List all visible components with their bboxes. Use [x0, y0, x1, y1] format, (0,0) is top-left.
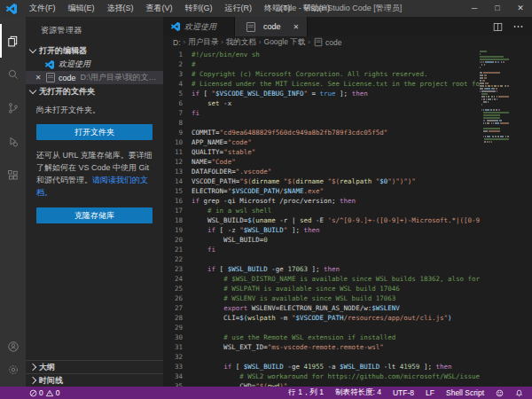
chevron-down-icon	[29, 87, 36, 94]
clone-repo-button[interactable]: 克隆存储库	[36, 207, 153, 223]
code-line: 9COMMIT="cd9ea6488829f560dc949a8b2fb789f…	[163, 128, 532, 137]
code-line: 5if [ "$VSCODE_WSL_DEBUG_INFO" = true ];…	[163, 89, 532, 98]
line-number: 23	[163, 264, 192, 274]
line-number: 13	[163, 167, 192, 176]
encoding-status[interactable]: UTF-8	[390, 388, 417, 397]
line-number: 33	[163, 362, 192, 372]
split-editor-icon[interactable]	[493, 22, 503, 32]
code-line: 11QUALITY="stable"	[163, 147, 532, 157]
extensions-icon[interactable]	[0, 159, 26, 192]
breadcrumb-item[interactable]: code	[313, 37, 341, 47]
code-line: 20 WSL_BUILD=0	[163, 235, 532, 245]
line-number: 20	[163, 235, 192, 245]
maximize-button[interactable]: □	[486, 0, 509, 17]
line-number: 10	[163, 137, 192, 147]
line-number: 32	[163, 352, 192, 362]
code-line: 1#!/usr/bin/env sh	[163, 50, 532, 59]
breadcrumb-separator: ›	[221, 38, 223, 46]
code-line: 33 if [ $WSL_BUILD -ge 41955 -a $WSL_BUI…	[163, 362, 532, 372]
code-line: 19 if [ -z "$WSL_BUILD" ]; then	[163, 225, 532, 235]
code-line: 15ELECTRON="$VSCODE_PATH/$NAME.exe"	[163, 186, 532, 196]
editor-area: 欢迎使用 code ✕ D:›用户目录›我的文档›Google 下载›code	[163, 17, 532, 387]
section-timeline[interactable]: 时间线	[26, 373, 163, 387]
cursor-position[interactable]: 行 1，列 1	[286, 387, 326, 398]
line-number: 11	[163, 147, 192, 157]
breadcrumb-item[interactable]: D:	[173, 38, 181, 47]
open-editor-code-path: D:\用户目录\我的文档\Google...	[81, 72, 163, 83]
notifications-bell-icon[interactable]	[512, 389, 526, 397]
more-actions-icon[interactable]	[513, 25, 523, 28]
open-editor-welcome-label: 欢迎使用	[59, 59, 90, 70]
minimap[interactable]	[480, 50, 509, 143]
feedback-smiley-icon[interactable]	[493, 389, 506, 397]
menu-item[interactable]: 文件(F)	[23, 0, 62, 17]
code-line: 34 # WSL2 workaround for https://github.…	[163, 372, 532, 381]
source-control-icon[interactable]	[0, 91, 26, 125]
eol-status[interactable]: LF	[423, 388, 437, 397]
code-line: 22	[163, 254, 532, 264]
settings-gear-icon[interactable]	[0, 358, 26, 381]
line-number: 6	[163, 98, 192, 108]
section-open-editors-label: 打开的编辑器	[39, 45, 87, 57]
indentation-status[interactable]: 制表符长度: 4	[332, 387, 384, 398]
code-line: 7fi	[163, 108, 532, 118]
sidebar-bottom-panels: 大纲 时间线	[26, 360, 163, 387]
file-icon	[315, 38, 323, 46]
no-folder-message: 尚未打开文件夹。	[36, 105, 153, 116]
line-number: 3	[163, 69, 192, 79]
menu-item[interactable]: 查看(V)	[140, 0, 179, 17]
section-outline-label: 大纲	[39, 362, 55, 373]
tab-welcome[interactable]: 欢迎使用	[163, 17, 235, 36]
line-number: 16	[163, 196, 192, 206]
breadcrumb-item[interactable]: Google 下载	[264, 37, 306, 48]
open-editor-welcome[interactable]: 欢迎使用	[26, 58, 163, 71]
menu-item[interactable]: 编辑(E)	[62, 0, 101, 17]
line-number: 34	[163, 372, 192, 381]
breadcrumb-item[interactable]: 用户目录	[188, 37, 218, 48]
menu-item[interactable]: 转到(G)	[179, 0, 219, 17]
close-button[interactable]: ✕	[509, 0, 532, 17]
breadcrumb-item[interactable]: 我的文档	[226, 37, 256, 48]
tab-bar: 欢迎使用 code ✕	[163, 17, 532, 36]
vscode-logo-icon	[45, 60, 54, 69]
code-line: 30 # use the Remote WSL extension if ins…	[163, 332, 532, 342]
section-outline[interactable]: 大纲	[26, 360, 163, 373]
status-bar: 0 0 行 1，列 1 制表符长度: 4 UTF-8 LF Shell Scri…	[0, 387, 532, 399]
tab-code[interactable]: code ✕	[235, 17, 308, 36]
minimize-button[interactable]: ─	[463, 0, 486, 17]
language-mode[interactable]: Shell Script	[443, 388, 487, 397]
code-line: 32	[163, 352, 532, 362]
clone-description: 还可从 URL 克隆存储库。要详细了解如何在 VS Code 中使用 Git 和…	[36, 150, 153, 200]
section-no-folder-label: 无打开的文件夹	[39, 86, 95, 98]
vscode-logo-icon	[171, 22, 180, 31]
line-number: 31	[163, 342, 192, 352]
code-editor[interactable]: 1#!/usr/bin/env sh2#3# Copyright (c) Mic…	[163, 48, 532, 387]
warning-icon	[45, 389, 54, 397]
line-number: 14	[163, 176, 192, 186]
section-no-folder[interactable]: 无打开的文件夹	[26, 84, 163, 98]
open-editor-code[interactable]: ✕ code D:\用户目录\我的文档\Google...	[26, 71, 163, 84]
run-debug-icon[interactable]	[0, 125, 26, 159]
code-line: 10APP_NAME="code"	[163, 137, 532, 147]
warning-count: 0	[56, 388, 60, 397]
account-icon[interactable]	[0, 335, 26, 358]
window-title: code - Visual Studio Code [管理员]	[279, 3, 402, 14]
search-icon[interactable]	[0, 58, 26, 91]
close-editor-icon[interactable]: ✕	[34, 74, 43, 82]
line-number: 17	[163, 206, 192, 215]
open-folder-button[interactable]: 打开文件夹	[36, 124, 153, 140]
problems-status[interactable]: 0 0	[27, 388, 62, 397]
menu-item[interactable]: 选择(S)	[101, 0, 140, 17]
code-line: 8	[163, 118, 532, 128]
section-open-editors[interactable]: 打开的编辑器	[26, 43, 163, 58]
title-bar: 文件(F)编辑(E)选择(S)查看(V)转到(G)运行(R)终端(T)帮助(H)…	[0, 0, 532, 17]
code-line: 28 CLI=$(wslpath -m "$VSCODE_PATH/resour…	[163, 313, 532, 323]
line-number: 9	[163, 128, 192, 137]
line-number: 21	[163, 245, 192, 254]
menu-item[interactable]: 运行(R)	[219, 0, 259, 17]
tab-close-icon[interactable]: ✕	[293, 23, 300, 31]
error-icon	[29, 389, 37, 397]
explorer-icon[interactable]	[0, 24, 26, 58]
line-number: 22	[163, 254, 192, 264]
minimap-zone	[480, 48, 532, 387]
